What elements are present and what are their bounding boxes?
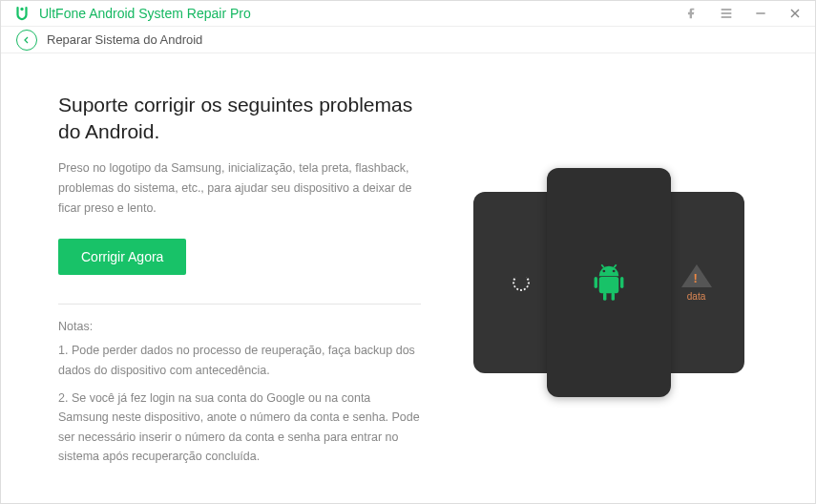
phone-illustration: data xyxy=(466,158,752,407)
titlebar: UltFone Android System Repair Pro xyxy=(1,1,815,27)
svg-rect-13 xyxy=(620,277,623,288)
svg-point-8 xyxy=(612,270,615,273)
divider xyxy=(58,304,421,304)
app-logo-icon xyxy=(12,4,31,23)
phone-center xyxy=(547,168,671,397)
page-description: Preso no logotipo da Samsung, inicializa… xyxy=(58,158,421,218)
title-controls xyxy=(683,5,804,22)
close-icon[interactable] xyxy=(786,5,804,22)
app-window: UltFone Android System Repair Pro Repara… xyxy=(0,0,816,504)
svg-line-9 xyxy=(601,264,604,267)
fix-now-button[interactable]: Corrigir Agora xyxy=(58,239,186,275)
app-title: UltFone Android System Repair Pro xyxy=(39,6,251,21)
right-column: data xyxy=(440,92,777,474)
svg-rect-12 xyxy=(594,277,596,288)
phone-right-content: data xyxy=(681,264,712,302)
svg-point-7 xyxy=(602,270,605,273)
menu-icon[interactable] xyxy=(718,5,735,22)
svg-line-10 xyxy=(614,264,617,267)
content-area: Suporte corrigir os seguintes problemas … xyxy=(1,53,815,503)
svg-rect-15 xyxy=(611,293,614,302)
notes-label: Notas: xyxy=(58,320,421,333)
note-item: 2. Se você já fez login na sua conta do … xyxy=(58,388,421,468)
svg-rect-14 xyxy=(603,293,606,302)
note-item: 1. Pode perder dados no processo de reup… xyxy=(58,341,421,380)
back-button[interactable] xyxy=(16,30,37,51)
svg-rect-11 xyxy=(598,277,618,293)
facebook-icon[interactable] xyxy=(683,5,701,22)
left-column: Suporte corrigir os seguintes problemas … xyxy=(58,92,440,474)
android-robot-icon xyxy=(589,260,629,305)
warning-triangle-icon xyxy=(681,264,712,287)
sub-header: Reparar Sistema do Android xyxy=(1,27,815,52)
page-headline: Suporte corrigir os seguintes problemas … xyxy=(58,92,421,146)
breadcrumb-title: Reparar Sistema do Android xyxy=(47,32,202,47)
loading-spinner-icon xyxy=(513,274,530,291)
svg-point-0 xyxy=(20,8,23,10)
minimize-icon[interactable] xyxy=(752,5,769,22)
phone-right-caption: data xyxy=(687,291,705,302)
